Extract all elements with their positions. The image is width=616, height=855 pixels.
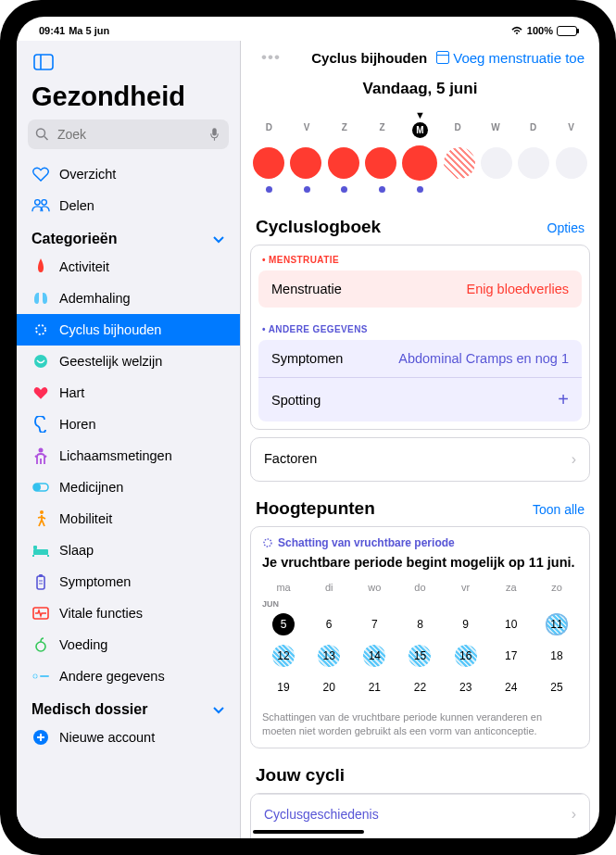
cal-cell[interactable]: 9 [445,609,487,640]
cal-cell[interactable]: 24 [490,672,533,703]
home-indicator[interactable] [253,830,364,834]
add-menstruation-button[interactable]: Voeg menstruatie toe [436,50,585,66]
show-all-link[interactable]: Toon alle [533,502,585,517]
menstruation-header: • MENSTRUATIE [251,245,589,267]
battery-percent: 100% [527,25,553,36]
dow-cell: Z [329,122,360,138]
more-icon[interactable]: ••• [261,48,281,67]
category-medicijnen[interactable]: Medicijnen [17,472,240,503]
symptoms-row[interactable]: Symptomen Abdominal Cramps en nog 1 [258,340,582,377]
cal-cell[interactable]: 20 [308,672,350,703]
status-date: Ma 5 jun [69,25,109,36]
category-cyclus-bijhouden[interactable]: Cyclus bijhouden [17,314,240,346]
category-icon [31,478,50,497]
week-strip[interactable]: ▼ DVZZMDWDV [250,102,590,200]
category-geestelijk-welzijn[interactable]: Geestelijk welzijn [17,346,240,377]
category-slaap[interactable]: Slaap [17,534,240,566]
category-ademhaling[interactable]: Ademhaling [17,283,240,314]
category-label: Andere gegevens [59,669,165,684]
cycle-log-options[interactable]: Opties [547,220,585,235]
cycle-day-dot[interactable] [290,147,321,179]
cycle-log-title: Cycluslogboek [256,217,381,237]
cycle-day-dot[interactable] [253,147,284,179]
status-time: 09:41 [39,25,65,36]
categories-header[interactable]: Categorieën [17,221,240,251]
cal-cell[interactable]: 8 [398,609,441,640]
category-label: Lichaamsmetingen [59,448,172,463]
svg-rect-11 [33,484,41,491]
nav-overzicht[interactable]: Overzicht [17,158,240,190]
category-andere-gegevens[interactable]: Andere gegevens [17,660,240,692]
main-content: ••• Cyclus bijhouden Voeg menstruatie to… [241,41,599,838]
category-symptomen[interactable]: Symptomen [17,566,240,597]
cal-cell[interactable]: 16 [445,640,487,672]
cal-cell[interactable]: 5 [262,609,305,640]
app-title: Gezondheid [17,80,240,119]
dow-cell: V [556,122,587,138]
svg-point-22 [36,642,45,651]
cal-cell[interactable]: 21 [353,672,396,703]
factors-row[interactable]: Factoren › [250,437,590,482]
symptom-dot [379,186,385,193]
svg-point-12 [40,510,44,514]
cal-cell[interactable]: 6 [308,609,350,640]
category-mobiliteit[interactable]: Mobiliteit [17,503,240,534]
svg-rect-0 [34,55,53,69]
cal-cell[interactable]: 10 [490,609,533,640]
cal-cell[interactable]: 15 [398,640,441,672]
cal-dow: do [398,577,441,597]
medical-header[interactable]: Medisch dossier [17,692,240,722]
menstruation-row[interactable]: Menstruatie Enig bloedverlies [258,270,582,308]
category-icon [31,541,50,560]
category-activiteit[interactable]: Activiteit [17,251,240,283]
cal-dow: za [490,577,533,597]
cal-dow: zo [535,577,578,597]
highlight-card[interactable]: Schatting van vruchtbare periode Je vruc… [250,526,590,748]
svg-rect-18 [39,574,43,577]
nav-delen[interactable]: Delen [17,190,240,221]
cal-cell[interactable]: 7 [353,609,396,640]
cycle-day-dot-today[interactable] [402,145,437,181]
cal-cell[interactable]: 14 [353,640,396,672]
category-vitale-functies[interactable]: Vitale functies [17,597,240,629]
cycle-icon [262,537,273,548]
category-label: Slaap [59,543,94,558]
category-label: Cyclus bijhouden [59,322,161,337]
cal-cell[interactable]: 25 [535,672,578,703]
category-icon [31,383,50,402]
cycle-day-dot[interactable] [481,147,512,179]
cal-cell[interactable]: 12 [262,640,305,672]
cal-cell[interactable]: 11 [535,609,578,640]
search-input[interactable] [28,119,229,149]
add-icon[interactable]: + [558,389,569,410]
cal-cell[interactable]: 22 [398,672,441,703]
sidebar-toggle-icon[interactable] [30,50,57,74]
category-icon [31,321,50,339]
cal-cell[interactable]: 17 [490,640,533,672]
cycle-day-dot[interactable] [328,147,359,179]
dow-cell: D [518,122,549,138]
cycle-day-dot[interactable] [444,147,475,179]
category-icon [31,635,50,654]
mic-icon[interactable] [207,128,221,142]
category-lichaamsmetingen[interactable]: Lichaamsmetingen [17,440,240,472]
cal-cell[interactable]: 19 [262,672,305,703]
dow-cell: W [480,122,511,138]
category-horen[interactable]: Horen [17,409,240,440]
cal-dow: ma [262,577,305,597]
content-title: Cyclus bijhouden [311,50,427,66]
cal-cell[interactable]: 13 [308,640,350,672]
nav-nieuwe-account[interactable]: Nieuwe account [17,722,240,753]
cycle-day-dot[interactable] [365,147,396,179]
sidebar: Gezondheid Overzicht Delen Categorieën A… [17,41,241,838]
cal-cell[interactable]: 23 [445,672,487,703]
cal-cell[interactable]: 18 [535,640,578,672]
category-hart[interactable]: Hart [17,377,240,409]
wifi-icon [510,26,523,35]
category-voeding[interactable]: Voeding [17,629,240,660]
cycle-history-row[interactable]: Cyclusgeschiedenis › [251,794,589,834]
chevron-right-icon: › [572,451,576,468]
cycle-day-dot[interactable] [556,147,587,179]
cycle-day-dot[interactable] [518,147,549,179]
spotting-row[interactable]: Spotting + [258,377,582,421]
